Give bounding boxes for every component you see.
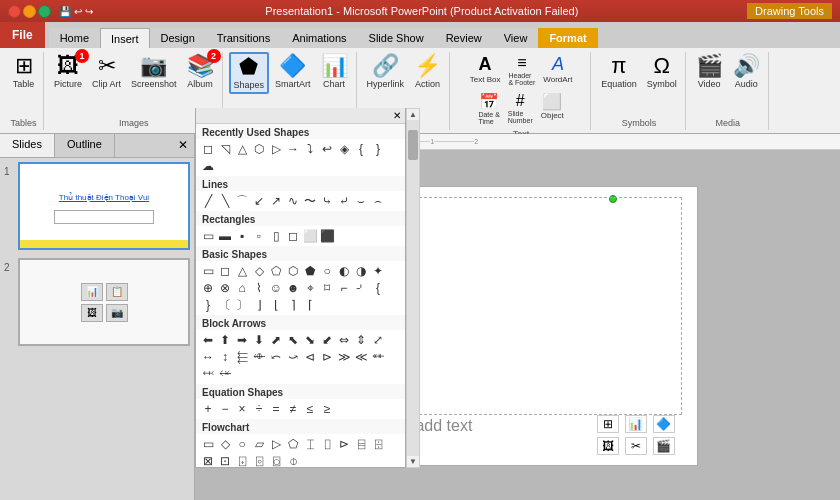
shape-item[interactable]: ✦ bbox=[370, 263, 386, 279]
btn-object[interactable]: ⬜ Object bbox=[538, 90, 567, 122]
shape-item[interactable]: ≠ bbox=[285, 401, 301, 417]
scroll-thumb[interactable] bbox=[408, 130, 418, 160]
shape-item[interactable]: ⇔ bbox=[336, 332, 352, 348]
shape-item[interactable]: ⬇ bbox=[251, 332, 267, 348]
scroll-up-arrow[interactable]: ▲ bbox=[408, 109, 418, 120]
tab-design[interactable]: Design bbox=[150, 28, 206, 48]
btn-symbol[interactable]: Ω Symbol bbox=[643, 52, 681, 92]
shape-item[interactable]: ≥ bbox=[319, 401, 335, 417]
btn-video[interactable]: 🎬 Video bbox=[692, 52, 727, 92]
tab-view[interactable]: View bbox=[493, 28, 539, 48]
shape-item[interactable]: ⤢ bbox=[370, 332, 386, 348]
shape-item[interactable]: ⌉ bbox=[285, 297, 301, 313]
shape-item[interactable]: ⌒ bbox=[234, 193, 250, 209]
shape-item[interactable]: ⬅ bbox=[200, 332, 216, 348]
shape-item[interactable]: ⌢ bbox=[370, 193, 386, 209]
shape-item[interactable]: ◹ bbox=[217, 141, 233, 157]
shape-item[interactable]: ⬊ bbox=[302, 332, 318, 348]
insert-chart-icon[interactable]: 📊 bbox=[625, 415, 647, 433]
shape-item[interactable]: ▯ bbox=[268, 228, 284, 244]
shape-item[interactable]: ⌇ bbox=[251, 280, 267, 296]
insert-picture-icon[interactable]: 🖼 bbox=[597, 437, 619, 455]
shape-item[interactable]: ☻ bbox=[285, 280, 301, 296]
shape-item[interactable]: ⌸ bbox=[353, 436, 369, 452]
shape-item[interactable]: ▬ bbox=[217, 228, 233, 244]
minimize-window[interactable] bbox=[23, 5, 36, 18]
insert-table-icon[interactable]: ⊞ bbox=[597, 415, 619, 433]
shape-item[interactable]: ▭ bbox=[200, 228, 216, 244]
shape-item[interactable]: ╱ bbox=[200, 193, 216, 209]
shape-item[interactable]: { bbox=[353, 141, 369, 157]
shape-item[interactable]: ⌂ bbox=[234, 280, 250, 296]
shape-item[interactable]: ⌻ bbox=[251, 453, 267, 468]
shape-item[interactable]: ≫ bbox=[336, 349, 352, 365]
shape-item[interactable]: 〜 bbox=[302, 193, 318, 209]
btn-picture[interactable]: 🖼 Picture 1 bbox=[50, 52, 86, 92]
shape-item[interactable]: ◇ bbox=[251, 263, 267, 279]
btn-wordart[interactable]: A WordArt bbox=[540, 52, 575, 86]
shape-item[interactable]: ☺ bbox=[268, 280, 284, 296]
tab-home[interactable]: Home bbox=[49, 28, 100, 48]
btn-album[interactable]: 📚 Album 2 bbox=[183, 52, 218, 92]
shape-item[interactable]: ⊠ bbox=[200, 453, 216, 468]
btn-chart[interactable]: 📊 Chart bbox=[317, 52, 352, 92]
tab-outline[interactable]: Outline bbox=[55, 134, 115, 157]
shape-item[interactable]: ⬡ bbox=[251, 141, 267, 157]
shape-item[interactable]: ▭ bbox=[200, 436, 216, 452]
shape-item[interactable]: ◇ bbox=[217, 436, 233, 452]
btn-audio[interactable]: 🔊 Audio bbox=[729, 52, 764, 92]
insert-clipart-icon[interactable]: ✂ bbox=[625, 437, 647, 455]
shape-item[interactable]: ⊳ bbox=[319, 349, 335, 365]
shape-item[interactable]: ◻ bbox=[285, 228, 301, 244]
window-controls[interactable] bbox=[8, 5, 51, 18]
maximize-window[interactable] bbox=[38, 5, 51, 18]
slide-preview-1[interactable]: Thủ thuật Điện Thoại Vui bbox=[18, 162, 190, 250]
shape-item[interactable]: ⬆ bbox=[217, 332, 233, 348]
shape-item[interactable]: ⇕ bbox=[353, 332, 369, 348]
shape-item[interactable]: ≤ bbox=[302, 401, 318, 417]
shape-item[interactable]: ⌣ bbox=[353, 193, 369, 209]
slide-thumb-2[interactable]: 2 📊 📋 🖼 📷 bbox=[4, 258, 190, 346]
shape-item[interactable]: ⬱ bbox=[234, 349, 250, 365]
shape-item[interactable]: ⌷ bbox=[319, 436, 335, 452]
shape-item[interactable]: ◻ bbox=[200, 141, 216, 157]
shape-item[interactable]: ⌈ bbox=[302, 297, 318, 313]
shape-item[interactable]: } bbox=[370, 141, 386, 157]
scroll-track[interactable] bbox=[407, 120, 419, 456]
shape-item[interactable]: ↩ bbox=[319, 141, 335, 157]
shape-item[interactable]: ⌖ bbox=[302, 280, 318, 296]
btn-datetime[interactable]: 📅 Date &Time bbox=[475, 90, 502, 127]
shape-item[interactable]: ⤷ bbox=[319, 193, 335, 209]
close-window[interactable] bbox=[8, 5, 21, 18]
shape-item[interactable]: ⤶ bbox=[336, 193, 352, 209]
shape-item[interactable]: ▪ bbox=[234, 228, 250, 244]
shape-item[interactable]: ⬜ bbox=[302, 228, 318, 244]
btn-action[interactable]: ⚡ Action bbox=[410, 52, 445, 92]
shape-item[interactable]: × bbox=[234, 401, 250, 417]
btn-slidenumber[interactable]: # SlideNumber bbox=[505, 90, 536, 126]
shape-item[interactable]: ◑ bbox=[353, 263, 369, 279]
shape-item[interactable]: 〕 bbox=[234, 297, 250, 313]
shape-item[interactable]: ⊳ bbox=[336, 436, 352, 452]
shape-item[interactable]: ⌏ bbox=[353, 280, 369, 296]
btn-textbox[interactable]: A Text Box bbox=[467, 52, 504, 86]
scroll-down-arrow[interactable]: ▼ bbox=[408, 456, 418, 467]
shape-item[interactable]: ▷ bbox=[268, 436, 284, 452]
btn-clipart[interactable]: ✂ Clip Art bbox=[88, 52, 125, 92]
shape-item[interactable]: → bbox=[285, 141, 301, 157]
shape-item[interactable]: ☁ bbox=[200, 158, 216, 174]
shape-item[interactable]: ⬵ bbox=[370, 349, 386, 365]
shape-item[interactable]: ▫ bbox=[251, 228, 267, 244]
tab-transitions[interactable]: Transitions bbox=[206, 28, 281, 48]
tab-review[interactable]: Review bbox=[435, 28, 493, 48]
shape-item[interactable]: ⬠ bbox=[285, 436, 301, 452]
shape-item[interactable]: ◐ bbox=[336, 263, 352, 279]
shape-item[interactable]: ⌼ bbox=[268, 453, 284, 468]
slide-thumb-1[interactable]: 1 Thủ thuật Điện Thoại Vui bbox=[4, 162, 190, 250]
shape-item[interactable]: ⬠ bbox=[268, 263, 284, 279]
tab-format[interactable]: Format bbox=[538, 28, 597, 48]
shape-item[interactable]: ➡ bbox=[234, 332, 250, 348]
shape-item[interactable]: ⊕ bbox=[200, 280, 216, 296]
tab-animations[interactable]: Animations bbox=[281, 28, 357, 48]
shape-item[interactable]: ◈ bbox=[336, 141, 352, 157]
